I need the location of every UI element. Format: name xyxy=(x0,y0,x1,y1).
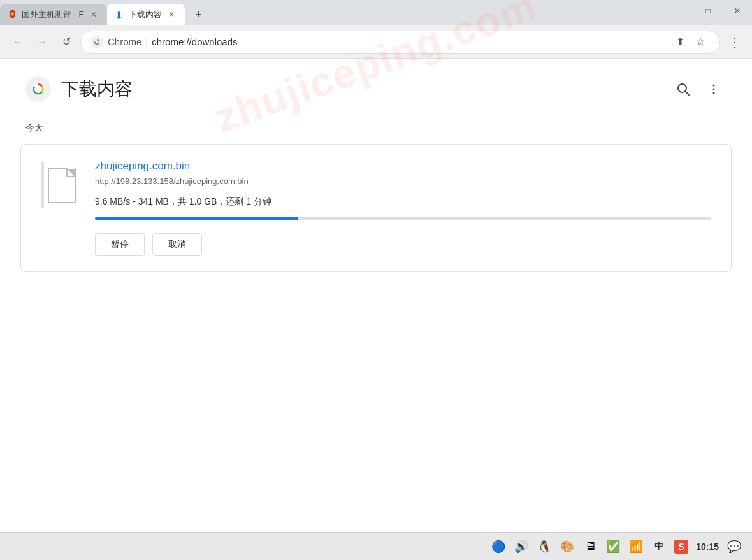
close-button[interactable]: ✕ xyxy=(723,1,752,21)
back-button[interactable]: ← xyxy=(8,32,28,52)
screen-icon[interactable]: 🖥 xyxy=(582,539,598,554)
tab-title-inactive: 国外主机测评 - E xyxy=(22,9,84,20)
progress-bar-background xyxy=(95,217,711,220)
tab-favicon-inactive: 🏮 xyxy=(8,10,18,20)
more-menu-button[interactable] xyxy=(701,76,727,102)
svg-line-7 xyxy=(686,92,690,96)
svg-point-10 xyxy=(713,92,715,94)
toolbar: ← → ↺ Chrome | chrome://downloads ⬆ ☆ ⋮ xyxy=(0,25,752,59)
svg-point-2 xyxy=(96,40,99,43)
tab-inactive[interactable]: 🏮 国外主机测评 - E ✕ xyxy=(0,4,107,25)
file-icon xyxy=(48,168,76,203)
page-title: 下载内容 xyxy=(61,77,660,101)
taskbar-clock: 10:15 xyxy=(696,542,719,552)
bluetooth-icon[interactable]: 🔵 xyxy=(491,539,506,554)
file-corner xyxy=(67,169,75,176)
address-bar[interactable]: Chrome | chrome://downloads ⬆ ☆ xyxy=(80,31,720,54)
address-actions: ⬆ ☆ xyxy=(671,33,709,51)
more-icon xyxy=(707,82,721,96)
download-status: 9.6 MB/s - 341 MB，共 1.0 GB，还剩 1 分钟 xyxy=(95,196,711,208)
address-text: Chrome | chrome://downloads xyxy=(108,36,238,47)
new-tab-button[interactable]: + xyxy=(187,4,209,25)
downloads-page: 下载内容 zhujiceping.com 今天 xyxy=(0,59,752,532)
chrome-menu-button[interactable]: ⋮ xyxy=(724,32,744,52)
pause-button[interactable]: 暂停 xyxy=(95,233,145,256)
chrome-icon-small xyxy=(91,36,103,48)
bookmark-button[interactable]: ☆ xyxy=(691,33,709,51)
sogou-icon[interactable]: S xyxy=(674,540,688,554)
check-icon[interactable]: ✅ xyxy=(605,539,621,554)
title-bar: 🏮 国外主机测评 - E ✕ ⬇ 下载内容 ✕ + — □ ✕ xyxy=(0,0,752,25)
chrome-logo xyxy=(25,76,51,102)
tab-close-inactive[interactable]: ✕ xyxy=(88,9,99,20)
address-url: chrome://downloads xyxy=(152,36,237,47)
notification-icon[interactable]: 💬 xyxy=(727,539,742,554)
lang-icon[interactable]: 中 xyxy=(651,539,667,554)
section-today: 今天 xyxy=(0,112,752,139)
qq-icon[interactable]: 🐧 xyxy=(537,539,552,554)
tab-close-active[interactable]: ✕ xyxy=(166,9,177,20)
progress-bar-fill xyxy=(95,217,298,220)
palette-icon[interactable]: 🎨 xyxy=(560,539,575,554)
download-card: zhujiceping.com.bin http://198.23.133.15… xyxy=(20,144,732,272)
reload-button[interactable]: ↺ xyxy=(56,32,76,52)
header-actions xyxy=(670,76,727,102)
volume-icon[interactable]: 🔊 xyxy=(514,539,529,554)
svg-point-8 xyxy=(713,85,715,87)
address-chrome-label: Chrome xyxy=(108,36,141,47)
tab-title-active: 下载内容 xyxy=(129,9,162,20)
cancel-button[interactable]: 取消 xyxy=(152,233,202,256)
tab-favicon-active: ⬇ xyxy=(115,10,125,20)
restore-button[interactable]: □ xyxy=(693,1,723,21)
downloads-header: 下载内容 xyxy=(0,59,752,112)
window-controls: — □ ✕ xyxy=(664,0,752,22)
taskbar: 🔵 🔊 🐧 🎨 🖥 ✅ 📶 中 S 10:15 💬 xyxy=(0,532,752,560)
tab-active[interactable]: ⬇ 下载内容 ✕ xyxy=(107,4,185,25)
forward-button[interactable]: → xyxy=(32,32,52,52)
search-icon xyxy=(676,82,690,96)
share-button[interactable]: ⬆ xyxy=(671,33,689,51)
wifi-icon[interactable]: 📶 xyxy=(628,539,644,554)
download-url: http://198.23.133.158/zhujiceping.com.bi… xyxy=(95,176,711,186)
svg-point-5 xyxy=(34,85,42,93)
svg-point-9 xyxy=(713,89,715,90)
minimize-button[interactable]: — xyxy=(664,1,693,21)
download-actions: 暂停 取消 xyxy=(95,233,711,256)
download-filename[interactable]: zhujiceping.com.bin xyxy=(95,160,711,173)
search-button[interactable] xyxy=(670,76,696,102)
download-info: zhujiceping.com.bin http://198.23.133.15… xyxy=(95,160,711,256)
file-icon-wrapper xyxy=(41,162,80,208)
